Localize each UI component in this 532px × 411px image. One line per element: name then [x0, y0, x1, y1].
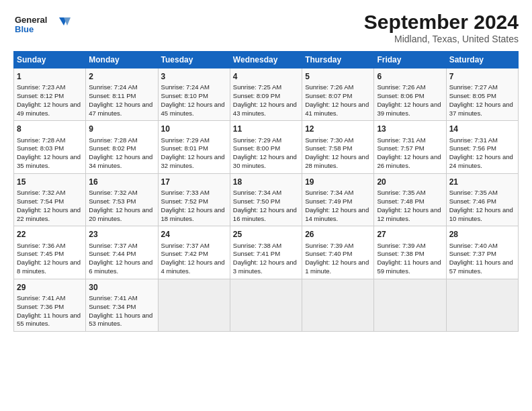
table-row	[158, 279, 230, 331]
logo-icon: General Blue	[13, 11, 74, 38]
col-thursday: Thursday	[302, 52, 374, 68]
sunrise-text: Sunrise: 7:39 AM	[305, 242, 353, 249]
daylight-text: Daylight: 12 hours and 30 minutes.	[233, 153, 297, 169]
sunset-text: Sunset: 8:01 PM	[161, 144, 208, 152]
day-number: 20	[377, 177, 443, 187]
sunrise-text: Sunrise: 7:37 AM	[89, 242, 137, 249]
sunrise-text: Sunrise: 7:41 AM	[17, 294, 65, 302]
day-number: 23	[89, 229, 154, 240]
table-row: 2Sunrise: 7:24 AMSunset: 8:11 PMDaylight…	[86, 68, 158, 121]
col-wednesday: Wednesday	[230, 52, 302, 68]
sunset-text: Sunset: 8:10 PM	[161, 92, 208, 99]
sunset-text: Sunset: 8:09 PM	[233, 92, 280, 99]
daylight-text: Daylight: 12 hours and 14 minutes.	[305, 206, 369, 222]
day-number: 10	[161, 124, 227, 134]
table-row: 18Sunrise: 7:34 AMSunset: 7:50 PMDayligh…	[230, 173, 302, 226]
sunset-text: Sunset: 7:53 PM	[89, 197, 136, 205]
sunset-text: Sunset: 7:50 PM	[233, 197, 280, 205]
table-row: 4Sunrise: 7:25 AMSunset: 8:09 PMDaylight…	[230, 68, 302, 121]
sunset-text: Sunset: 7:58 PM	[305, 144, 352, 152]
sunrise-text: Sunrise: 7:34 AM	[233, 189, 281, 196]
sunset-text: Sunset: 8:12 PM	[17, 92, 64, 99]
day-number: 28	[449, 229, 515, 240]
header: General Blue September 2024 Midland, Tex…	[13, 11, 519, 44]
page-title: September 2024	[364, 11, 519, 34]
table-row: 3Sunrise: 7:24 AMSunset: 8:10 PMDaylight…	[158, 68, 230, 121]
sunrise-text: Sunrise: 7:32 AM	[89, 189, 137, 196]
calendar-week-row: 22Sunrise: 7:36 AMSunset: 7:45 PMDayligh…	[14, 226, 519, 279]
day-number: 8	[17, 124, 83, 134]
sunset-text: Sunset: 8:02 PM	[89, 144, 136, 152]
day-number: 6	[377, 71, 443, 82]
sunrise-text: Sunrise: 7:39 AM	[377, 242, 425, 249]
sunrise-text: Sunrise: 7:29 AM	[161, 136, 210, 144]
sunrise-text: Sunrise: 7:33 AM	[161, 189, 210, 196]
sunset-text: Sunset: 8:03 PM	[17, 144, 64, 152]
sunrise-text: Sunrise: 7:25 AM	[233, 83, 281, 91]
svg-text:Blue: Blue	[15, 24, 34, 34]
day-number: 12	[305, 124, 371, 134]
day-number: 19	[305, 177, 371, 187]
daylight-text: Daylight: 12 hours and 39 minutes.	[377, 101, 441, 117]
sunset-text: Sunset: 7:57 PM	[377, 144, 424, 152]
daylight-text: Daylight: 12 hours and 4 minutes.	[161, 259, 225, 275]
day-number: 30	[89, 282, 154, 293]
table-row: 7Sunrise: 7:27 AMSunset: 8:05 PMDaylight…	[446, 68, 518, 121]
daylight-text: Daylight: 12 hours and 35 minutes.	[17, 153, 81, 169]
calendar-header-row: Sunday Monday Tuesday Wednesday Thursday…	[14, 52, 519, 68]
sunset-text: Sunset: 7:44 PM	[89, 250, 136, 257]
table-row: 12Sunrise: 7:30 AMSunset: 7:58 PMDayligh…	[302, 121, 374, 173]
daylight-text: Daylight: 12 hours and 45 minutes.	[161, 101, 225, 117]
day-number: 21	[449, 177, 515, 187]
daylight-text: Daylight: 12 hours and 3 minutes.	[233, 259, 297, 275]
svg-text:General: General	[15, 15, 47, 25]
sunset-text: Sunset: 7:34 PM	[89, 303, 136, 310]
calendar-week-row: 8Sunrise: 7:28 AMSunset: 8:03 PMDaylight…	[14, 121, 519, 173]
day-number: 3	[161, 71, 227, 82]
daylight-text: Daylight: 12 hours and 32 minutes.	[161, 153, 225, 169]
sunset-text: Sunset: 7:37 PM	[449, 250, 496, 257]
table-row: 10Sunrise: 7:29 AMSunset: 8:01 PMDayligh…	[158, 121, 230, 173]
daylight-text: Daylight: 12 hours and 43 minutes.	[233, 101, 297, 117]
table-row: 9Sunrise: 7:28 AMSunset: 8:02 PMDaylight…	[86, 121, 158, 173]
sunrise-text: Sunrise: 7:35 AM	[449, 189, 498, 196]
sunrise-text: Sunrise: 7:24 AM	[89, 83, 137, 91]
table-row: 24Sunrise: 7:37 AMSunset: 7:42 PMDayligh…	[158, 226, 230, 279]
sunset-text: Sunset: 7:54 PM	[17, 197, 64, 205]
daylight-text: Daylight: 12 hours and 20 minutes.	[89, 206, 152, 222]
day-number: 25	[233, 229, 299, 240]
table-row: 26Sunrise: 7:39 AMSunset: 7:40 PMDayligh…	[302, 226, 374, 279]
calendar-week-row: 29Sunrise: 7:41 AMSunset: 7:36 PMDayligh…	[14, 279, 519, 331]
day-number: 18	[233, 177, 299, 187]
day-number: 26	[305, 229, 371, 240]
daylight-text: Daylight: 12 hours and 10 minutes.	[449, 206, 513, 222]
table-row: 25Sunrise: 7:38 AMSunset: 7:41 PMDayligh…	[230, 226, 302, 279]
table-row: 17Sunrise: 7:33 AMSunset: 7:52 PMDayligh…	[158, 173, 230, 226]
table-row: 5Sunrise: 7:26 AMSunset: 8:07 PMDaylight…	[302, 68, 374, 121]
day-number: 22	[17, 229, 83, 240]
sunrise-text: Sunrise: 7:34 AM	[305, 189, 353, 196]
table-row: 11Sunrise: 7:29 AMSunset: 8:00 PMDayligh…	[230, 121, 302, 173]
day-number: 4	[233, 71, 299, 82]
day-number: 11	[233, 124, 299, 134]
day-number: 1	[17, 71, 83, 82]
sunrise-text: Sunrise: 7:38 AM	[233, 242, 281, 249]
table-row: 16Sunrise: 7:32 AMSunset: 7:53 PMDayligh…	[86, 173, 158, 226]
sunset-text: Sunset: 7:56 PM	[449, 144, 496, 152]
table-row	[374, 279, 446, 331]
calendar-week-row: 15Sunrise: 7:32 AMSunset: 7:54 PMDayligh…	[14, 173, 519, 226]
table-row: 28Sunrise: 7:40 AMSunset: 7:37 PMDayligh…	[446, 226, 518, 279]
table-row: 15Sunrise: 7:32 AMSunset: 7:54 PMDayligh…	[14, 173, 86, 226]
daylight-text: Daylight: 12 hours and 18 minutes.	[161, 206, 225, 222]
table-row: 29Sunrise: 7:41 AMSunset: 7:36 PMDayligh…	[14, 279, 86, 331]
day-number: 5	[305, 71, 371, 82]
day-number: 7	[449, 71, 515, 82]
sunset-text: Sunset: 7:49 PM	[305, 197, 352, 205]
sunrise-text: Sunrise: 7:36 AM	[17, 242, 65, 249]
day-number: 14	[449, 124, 515, 134]
sunrise-text: Sunrise: 7:32 AM	[17, 189, 65, 196]
sunset-text: Sunset: 7:41 PM	[233, 250, 280, 257]
sunset-text: Sunset: 7:45 PM	[17, 250, 64, 257]
page-subtitle: Midland, Texas, United States	[364, 34, 519, 44]
sunrise-text: Sunrise: 7:28 AM	[17, 136, 65, 144]
